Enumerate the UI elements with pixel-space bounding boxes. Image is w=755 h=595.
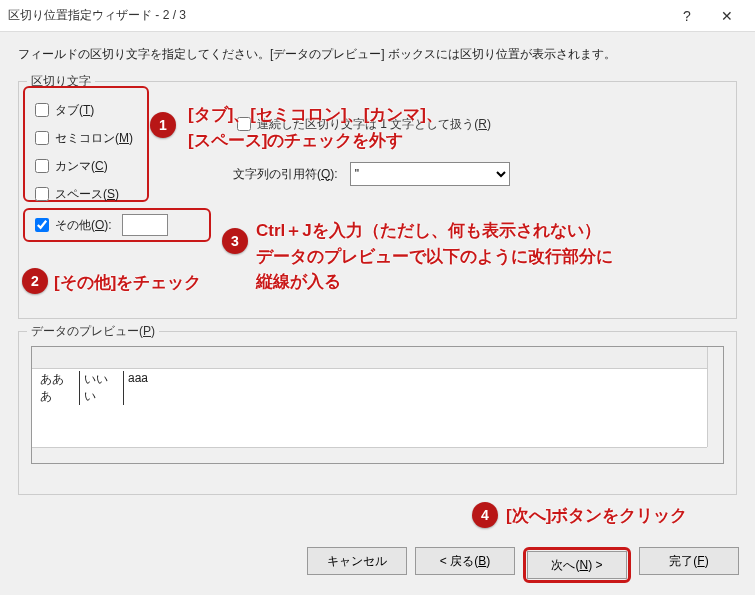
preview-box: あああ いいい aaa	[31, 346, 724, 464]
text-qualifier-select[interactable]: "	[350, 162, 510, 186]
checkbox-semicolon[interactable]: セミコロン(M)	[31, 128, 141, 148]
checkbox-other[interactable]: その他(O):	[31, 215, 112, 235]
annotation-text-2: [その他]をチェック	[54, 270, 201, 296]
dialog-buttons: キャンセル < 戻る(B) 次へ(N) > 完了(F)	[307, 547, 739, 583]
checkbox-semicolon-input[interactable]	[35, 131, 49, 145]
annotation-text-1: [タブ]、[セミコロン]、[カンマ]、 [スペース]のチェックを外す	[188, 102, 443, 153]
preview-cell-2: いいい	[80, 371, 124, 405]
checkbox-other-label: その他(O):	[55, 217, 112, 234]
checkbox-comma-input[interactable]	[35, 159, 49, 173]
help-button[interactable]: ?	[667, 8, 707, 24]
delimiter-checkboxes-highlight: タブ(T) セミコロン(M) カンマ(C) スペース(S)	[23, 86, 149, 202]
instruction-text: フィールドの区切り文字を指定してください。[データのプレビュー] ボックスには区…	[18, 46, 737, 63]
checkbox-space-label: スペース(S)	[55, 186, 119, 203]
scrollbar-corner	[707, 447, 723, 463]
scrollbar-vertical[interactable]	[707, 347, 723, 447]
cancel-button[interactable]: キャンセル	[307, 547, 407, 575]
checkbox-comma[interactable]: カンマ(C)	[31, 156, 141, 176]
next-button-highlight: 次へ(N) >	[523, 547, 631, 583]
checkbox-tab[interactable]: タブ(T)	[31, 100, 141, 120]
next-button[interactable]: 次へ(N) >	[527, 551, 627, 579]
preview-header	[32, 347, 723, 369]
checkbox-space[interactable]: スペース(S)	[31, 184, 141, 204]
finish-button[interactable]: 完了(F)	[639, 547, 739, 575]
annotation-text-4: [次へ]ボタンをクリック	[506, 503, 687, 529]
annotation-badge-3: 3	[222, 228, 248, 254]
checkbox-space-input[interactable]	[35, 187, 49, 201]
text-qualifier-label: 文字列の引用符(Q):	[233, 166, 338, 183]
close-button[interactable]: ✕	[707, 8, 747, 24]
preview-group-title: データのプレビュー(P)	[27, 323, 159, 340]
other-delimiter-input[interactable]	[122, 214, 168, 236]
title-bar: 区切り位置指定ウィザード - 2 / 3 ? ✕	[0, 0, 755, 32]
preview-cell-1: あああ	[36, 371, 80, 405]
annotation-text-3: Ctrl＋Jを入力（ただし、何も表示されない） データのプレビューで以下のように…	[256, 218, 613, 295]
back-button[interactable]: < 戻る(B)	[415, 547, 515, 575]
scrollbar-horizontal[interactable]	[32, 447, 707, 463]
checkbox-tab-input[interactable]	[35, 103, 49, 117]
preview-cell-3: aaa	[124, 371, 719, 405]
preview-row: あああ いいい aaa	[32, 369, 723, 407]
window-title: 区切り位置指定ウィザード - 2 / 3	[8, 7, 667, 24]
checkbox-semicolon-label: セミコロン(M)	[55, 130, 133, 147]
annotation-badge-1: 1	[150, 112, 176, 138]
checkbox-comma-label: カンマ(C)	[55, 158, 108, 175]
preview-group: データのプレビュー(P) あああ いいい aaa	[18, 331, 737, 495]
annotation-badge-4: 4	[472, 502, 498, 528]
text-qualifier-row: 文字列の引用符(Q): "	[233, 162, 713, 186]
other-delimiter-highlight: その他(O):	[23, 208, 211, 242]
checkbox-other-input[interactable]	[35, 218, 49, 232]
checkbox-tab-label: タブ(T)	[55, 102, 94, 119]
annotation-badge-2: 2	[22, 268, 48, 294]
